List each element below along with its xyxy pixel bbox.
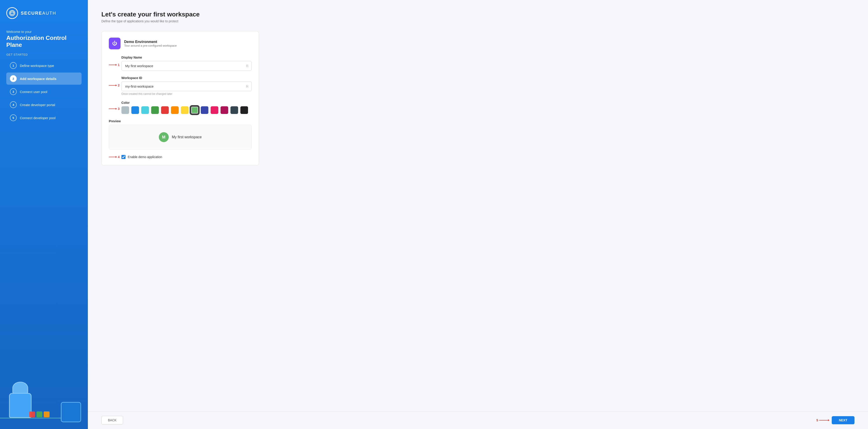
get-started-label: Get started bbox=[6, 53, 82, 56]
preview-workspace-name: My first workspace bbox=[172, 135, 202, 139]
enable-demo-checkbox[interactable] bbox=[121, 155, 125, 159]
svg-marker-6 bbox=[116, 108, 117, 110]
sidebar-step-5[interactable]: 5 Connect developer pool bbox=[6, 112, 82, 124]
step-label-5: Connect developer pool bbox=[20, 116, 55, 120]
demo-title: Demo Environment bbox=[124, 40, 177, 44]
workspace-id-field: Workspace ID ⎘ Once created this cannot … bbox=[121, 76, 252, 96]
svg-marker-2 bbox=[116, 64, 117, 66]
annotation-2: 2 bbox=[109, 76, 120, 87]
color-picker bbox=[121, 106, 252, 114]
workspace-card: ⏻ Demo Environment Tour around a pre-con… bbox=[101, 31, 259, 166]
color-field: Color bbox=[121, 101, 252, 114]
preview-avatar-letter: M bbox=[162, 135, 165, 140]
color-swatch-cyan[interactable] bbox=[141, 106, 149, 114]
preview-label: Preview bbox=[109, 119, 252, 123]
display-name-field: Display Name ⎘ bbox=[121, 56, 252, 71]
copy-workspace-id-icon[interactable]: ⎘ bbox=[246, 85, 248, 89]
step-number-3: 3 bbox=[10, 88, 17, 95]
workspace-id-label: Workspace ID bbox=[121, 76, 252, 80]
page-title: Let's create your first workspace bbox=[101, 11, 855, 18]
display-name-label: Display Name bbox=[121, 56, 252, 59]
workspace-id-hint: Once created this cannot be changed late… bbox=[121, 92, 252, 96]
logo-area: SECUREAUTH bbox=[6, 7, 82, 19]
color-swatch-orange[interactable] bbox=[171, 106, 179, 114]
bottom-nav: BACK 5 NEXT bbox=[88, 411, 868, 429]
sidebar-step-4[interactable]: 4 Create developer portal bbox=[6, 99, 82, 111]
svg-marker-4 bbox=[116, 85, 117, 86]
color-swatch-dark-blue-gray[interactable] bbox=[230, 106, 238, 114]
step-label-3: Connect user pool bbox=[20, 90, 47, 94]
color-swatch-green[interactable] bbox=[151, 106, 159, 114]
sidebar: SECUREAUTH Welcome to your Authorization… bbox=[0, 0, 88, 429]
color-swatch-pink[interactable] bbox=[211, 106, 218, 114]
logo-icon bbox=[6, 7, 18, 19]
logo-text: SECUREAUTH bbox=[21, 10, 56, 16]
svg-marker-10 bbox=[828, 419, 830, 421]
preview-avatar: M bbox=[159, 132, 169, 142]
color-swatch-indigo[interactable] bbox=[201, 106, 208, 114]
color-swatch-light-green[interactable] bbox=[191, 106, 198, 114]
next-area: 5 NEXT bbox=[816, 416, 855, 424]
copy-display-name-icon[interactable]: ⎘ bbox=[246, 64, 248, 68]
demo-banner: ⏻ Demo Environment Tour around a pre-con… bbox=[109, 38, 252, 49]
arrow-3-icon bbox=[109, 107, 117, 111]
sidebar-illustration bbox=[0, 375, 88, 429]
step-list: 1 Define workspace type 2 Add workspace … bbox=[6, 60, 82, 124]
demo-info: Demo Environment Tour around a pre-confi… bbox=[124, 40, 177, 47]
arrow-1-icon bbox=[109, 63, 117, 67]
enable-demo-row: Enable demo application bbox=[121, 155, 162, 159]
step-label-1: Define workspace type bbox=[20, 64, 54, 68]
demo-icon: ⏻ bbox=[109, 38, 121, 49]
workspace-id-input[interactable] bbox=[121, 81, 252, 91]
next-button[interactable]: NEXT bbox=[832, 416, 855, 424]
color-swatch-blue[interactable] bbox=[131, 106, 139, 114]
back-button[interactable]: BACK bbox=[101, 416, 123, 425]
step-number-5: 5 bbox=[10, 114, 17, 121]
enable-demo-label: Enable demo application bbox=[128, 155, 162, 159]
display-name-input-wrap: ⎘ bbox=[121, 61, 252, 71]
page-subtitle: Define the type of applications you woul… bbox=[101, 20, 855, 23]
annotation-1: 1 bbox=[109, 56, 120, 67]
welcome-line: Welcome to your bbox=[6, 30, 82, 34]
annotation-5: 5 bbox=[816, 418, 830, 422]
step-number-1: 1 bbox=[10, 62, 17, 69]
step-number-2: 2 bbox=[10, 75, 17, 82]
sidebar-step-1[interactable]: 1 Define workspace type bbox=[6, 60, 82, 72]
color-swatch-red[interactable] bbox=[161, 106, 169, 114]
color-swatch-dark-pink[interactable] bbox=[221, 106, 228, 114]
arrow-5-icon bbox=[819, 418, 830, 422]
acp-title: Authorization Control Plane bbox=[6, 34, 82, 48]
sidebar-step-3[interactable]: 3 Connect user pool bbox=[6, 86, 82, 98]
display-name-input[interactable] bbox=[121, 61, 252, 71]
arrow-4-icon bbox=[109, 155, 117, 159]
arrow-2-icon bbox=[109, 83, 117, 87]
svg-marker-8 bbox=[116, 156, 117, 158]
color-swatch-yellow[interactable] bbox=[181, 106, 189, 114]
color-label: Color bbox=[121, 101, 252, 104]
color-swatch-near-black[interactable] bbox=[240, 106, 248, 114]
preview-field: Preview M My first workspace bbox=[109, 119, 252, 150]
sidebar-step-2[interactable]: 2 Add workspace details bbox=[6, 72, 82, 85]
demo-subtitle: Tour around a pre-configured workspace bbox=[124, 44, 177, 47]
annotation-4: 4 bbox=[109, 155, 120, 159]
annotation-3: 3 bbox=[109, 101, 120, 111]
workspace-id-input-wrap: ⎘ bbox=[121, 81, 252, 91]
step-label-2: Add workspace details bbox=[20, 77, 57, 80]
step-label-4: Create developer portal bbox=[20, 103, 55, 107]
color-swatch-gray[interactable] bbox=[121, 106, 129, 114]
preview-box: M My first workspace bbox=[109, 125, 252, 150]
main-scroll: Let's create your first workspace Define… bbox=[88, 0, 868, 411]
step-number-4: 4 bbox=[10, 101, 17, 108]
main-wrapper: Let's create your first workspace Define… bbox=[88, 0, 868, 429]
